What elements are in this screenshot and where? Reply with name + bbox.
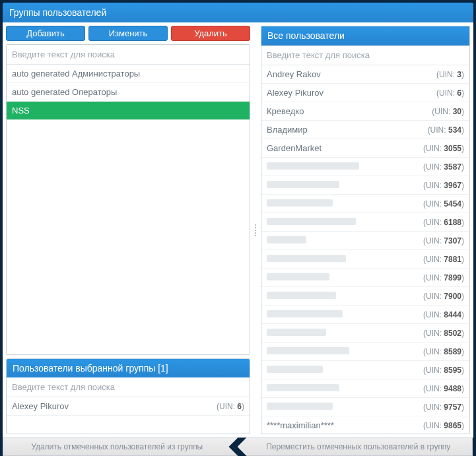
group-label: auto generated Администраторы bbox=[12, 69, 140, 79]
redacted-name bbox=[267, 162, 359, 170]
user-uin: (UIN: 9488) bbox=[423, 384, 464, 393]
groups-search-input[interactable] bbox=[7, 45, 250, 65]
redacted-name bbox=[267, 273, 329, 280]
user-row[interactable]: (UIN: 9488) bbox=[261, 379, 469, 398]
user-uin: (UIN: 9865) bbox=[423, 421, 464, 430]
user-name: Andrey Rakov bbox=[267, 69, 321, 79]
user-uin: (UIN: 534) bbox=[428, 125, 464, 135]
user-uin: (UIN: 3967) bbox=[423, 181, 464, 190]
members-list[interactable]: Alexey Pikurov(UIN: 6) bbox=[7, 397, 250, 434]
members-search-input[interactable] bbox=[7, 377, 250, 397]
user-groups-window: Группы пользователей Добавить Изменить У… bbox=[0, 0, 476, 456]
user-row[interactable]: (UIN: 7899) bbox=[261, 269, 469, 287]
user-row[interactable]: GardenMarket(UIN: 3055) bbox=[261, 139, 469, 158]
groups-toolbar: Добавить Изменить Удалить bbox=[6, 26, 250, 41]
redacted-name bbox=[267, 310, 343, 317]
user-row[interactable]: (UIN: 9757) bbox=[261, 398, 469, 416]
user-row[interactable]: (UIN: 8502) bbox=[261, 324, 469, 342]
user-row[interactable]: (UIN: 8595) bbox=[261, 361, 469, 379]
user-row[interactable]: (UIN: 3967) bbox=[261, 176, 469, 195]
footer-bar: Удалить отмеченных пользователей из груп… bbox=[3, 438, 473, 456]
user-uin: (UIN: 9757) bbox=[423, 403, 464, 412]
redacted-name bbox=[267, 181, 339, 188]
user-row[interactable]: (UIN: 6188) bbox=[261, 213, 469, 232]
user-row[interactable]: (UIN: 8589) bbox=[261, 342, 469, 361]
user-uin: (UIN: 3587) bbox=[423, 162, 464, 172]
window-title: Группы пользователей bbox=[3, 3, 473, 22]
edit-button[interactable]: Изменить bbox=[88, 26, 168, 41]
user-name bbox=[267, 346, 349, 356]
user-name bbox=[267, 402, 333, 412]
group-row[interactable]: NSS bbox=[7, 102, 250, 120]
remove-users-button[interactable]: Удалить отмеченных пользователей из груп… bbox=[3, 438, 238, 456]
user-uin: (UIN: 3) bbox=[436, 70, 464, 79]
user-uin: (UIN: 8502) bbox=[423, 329, 464, 338]
user-uin: (UIN: 6) bbox=[436, 88, 464, 98]
all-users-panel: Все пользователи Andrey Rakov(UIN: 3)Ale… bbox=[261, 26, 470, 434]
column-splitter[interactable] bbox=[254, 26, 257, 434]
user-name: Креведко bbox=[267, 106, 304, 116]
user-uin: (UIN: 6188) bbox=[423, 218, 464, 227]
user-row[interactable]: Креведко(UIN: 30) bbox=[261, 102, 469, 121]
member-row[interactable]: Alexey Pikurov(UIN: 6) bbox=[7, 397, 250, 416]
members-header: Пользователи выбранной группы [1] bbox=[7, 359, 250, 377]
user-row[interactable]: (UIN: 7307) bbox=[261, 232, 469, 250]
user-uin: (UIN: 3055) bbox=[423, 144, 464, 153]
user-name bbox=[267, 309, 343, 319]
user-name bbox=[267, 365, 323, 375]
content-area: Добавить Изменить Удалить auto generated… bbox=[3, 22, 473, 438]
group-row[interactable]: auto generated Администраторы bbox=[7, 65, 250, 83]
group-label: NSS bbox=[12, 106, 30, 115]
move-users-button[interactable]: Переместить отмеченных пользователей в г… bbox=[238, 438, 473, 456]
redacted-name bbox=[267, 366, 323, 373]
user-name: Alexey Pikurov bbox=[267, 88, 323, 98]
groups-panel: auto generated Администраторыauto genera… bbox=[6, 44, 250, 355]
all-users-search-input[interactable] bbox=[261, 46, 469, 65]
user-row[interactable]: Alexey Pikurov(UIN: 6) bbox=[261, 84, 469, 102]
user-uin: (UIN: 7900) bbox=[423, 292, 464, 301]
user-uin: (UIN: 5454) bbox=[423, 199, 464, 209]
redacted-name bbox=[267, 236, 306, 244]
user-uin: (UIN: 7881) bbox=[423, 255, 464, 264]
redacted-name bbox=[267, 384, 339, 391]
all-users-list[interactable]: Andrey Rakov(UIN: 3)Alexey Pikurov(UIN: … bbox=[261, 65, 469, 434]
user-name bbox=[267, 254, 346, 264]
redacted-name bbox=[267, 199, 333, 207]
user-name bbox=[267, 180, 339, 190]
user-row[interactable]: (UIN: 7900) bbox=[261, 287, 469, 306]
user-uin: (UIN: 7307) bbox=[423, 236, 464, 245]
all-users-header: Все пользователи bbox=[261, 26, 469, 46]
redacted-name bbox=[267, 255, 346, 262]
user-uin: (UIN: 7899) bbox=[423, 273, 464, 282]
user-name bbox=[267, 291, 336, 301]
user-row[interactable]: ****maximilian****(UIN: 9865) bbox=[261, 416, 469, 434]
add-button[interactable]: Добавить bbox=[6, 26, 85, 41]
user-name bbox=[267, 162, 359, 172]
redacted-name bbox=[267, 218, 356, 225]
redacted-name bbox=[267, 292, 336, 299]
user-row[interactable]: Владимир(UIN: 534) bbox=[261, 121, 469, 139]
user-name bbox=[267, 328, 326, 338]
members-panel: Пользователи выбранной группы [1] Alexey… bbox=[6, 358, 250, 434]
user-name bbox=[267, 273, 329, 282]
group-row[interactable]: auto generated Операторы bbox=[7, 83, 250, 102]
groups-list[interactable]: auto generated Администраторыauto genera… bbox=[7, 65, 250, 354]
delete-button[interactable]: Удалить bbox=[171, 26, 250, 41]
user-name: ****maximilian**** bbox=[267, 420, 334, 430]
member-name: Alexey Pikurov bbox=[12, 401, 69, 411]
member-uin: (UIN: 6) bbox=[217, 402, 244, 411]
user-row[interactable]: (UIN: 3587) bbox=[261, 158, 469, 176]
left-column: Добавить Изменить Удалить auto generated… bbox=[6, 26, 250, 434]
user-name: Владимир bbox=[267, 125, 308, 135]
user-uin: (UIN: 8589) bbox=[423, 347, 464, 356]
user-uin: (UIN: 8595) bbox=[423, 366, 464, 375]
redacted-name bbox=[267, 403, 333, 410]
user-name bbox=[267, 383, 339, 393]
user-row[interactable]: (UIN: 8444) bbox=[261, 306, 469, 324]
user-row[interactable]: (UIN: 5454) bbox=[261, 195, 469, 213]
user-row[interactable]: Andrey Rakov(UIN: 3) bbox=[261, 65, 469, 84]
user-row[interactable]: (UIN: 7881) bbox=[261, 250, 469, 269]
user-name: GardenMarket bbox=[267, 143, 322, 153]
user-uin: (UIN: 8444) bbox=[423, 310, 464, 319]
user-uin: (UIN: 30) bbox=[432, 107, 464, 116]
